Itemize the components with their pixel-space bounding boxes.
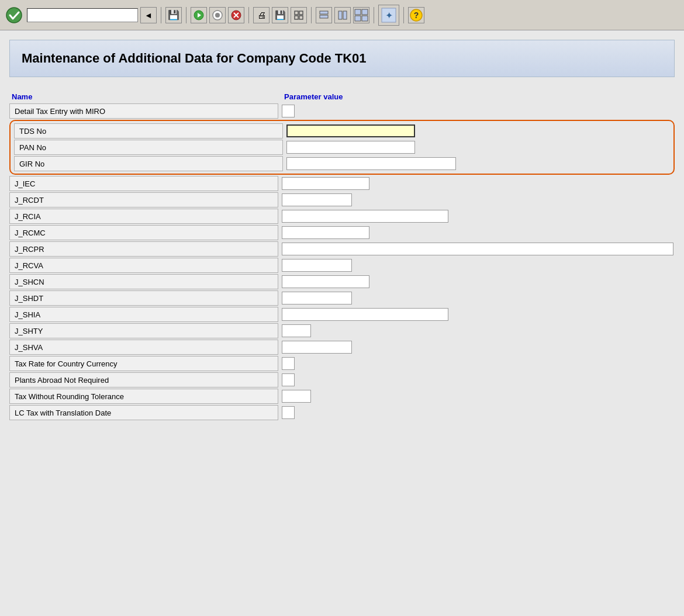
col-name-header: Name [9,92,278,101]
value-detail-tax [278,105,295,117]
nav-green-button[interactable] [191,7,207,23]
grid-button[interactable] [291,7,307,23]
grid2-icon [319,10,329,20]
print-button[interactable]: 🖨 [253,7,270,23]
input-plants-abroad[interactable] [282,373,295,386]
value-gir-no [283,157,456,170]
separator-1 [161,7,161,23]
input-tax-rounding[interactable] [282,390,311,403]
name-tax-rounding: Tax Without Rounding Tolerance [9,389,278,404]
save-icon: 💾 [168,9,179,20]
input-j-iec[interactable] [282,177,369,190]
value-j-rcmc [278,226,369,239]
checkmark-icon [6,7,22,23]
back-icon: ◄ [144,11,153,20]
grid4-icon [354,9,368,22]
input-tds-no[interactable] [286,124,415,137]
name-tds-no: TDS No [14,123,283,139]
name-gir-no: GIR No [14,156,283,171]
row-tax-rate: Tax Rate for Country Currency [9,356,675,371]
value-j-shia [278,308,448,321]
value-j-iec [278,177,369,190]
svg-rect-16 [355,9,361,15]
nav-green-icon [194,10,204,20]
page-title: Maintenance of Additional Data for Compa… [22,51,662,66]
row-j-shty: J_SHTY [9,323,675,338]
nav-red-button[interactable] [228,7,244,23]
grid3-button[interactable] [334,7,351,23]
grid2-button[interactable] [316,7,332,23]
row-gir-no: GIR No [14,156,670,171]
grid-icon [293,10,304,20]
grid4-button[interactable] [353,7,369,23]
input-j-rcdt[interactable] [282,193,352,206]
input-j-shdt[interactable] [282,292,352,304]
name-j-rcva: J_RCVA [9,258,278,273]
input-gir-no[interactable] [286,157,456,170]
value-j-shva [278,341,352,354]
input-detail-tax[interactable] [282,105,295,117]
input-j-rcia[interactable] [282,210,448,223]
svg-point-0 [6,8,22,23]
name-j-shva: J_SHVA [9,340,278,355]
svg-rect-8 [295,11,298,15]
input-j-rcva[interactable] [282,259,352,272]
name-j-iec: J_IEC [9,176,278,191]
back-button[interactable]: ◄ [140,7,157,23]
toolbar: ◄ 💾 🖨 💾 [0,0,684,30]
input-j-shva[interactable] [282,341,352,354]
value-j-shty [278,324,311,337]
row-j-rcia: J_RCIA [9,209,675,224]
separator-4 [311,7,312,23]
value-tax-rate [278,357,295,370]
highlight-group: TDS No PAN No GIR No [9,120,675,175]
svg-rect-14 [338,11,342,19]
grid3-icon [337,10,348,20]
input-pan-no[interactable] [286,141,415,154]
svg-text:?: ? [414,11,419,20]
svg-rect-11 [299,16,303,19]
value-lc-tax [278,406,295,419]
row-pan-no: PAN No [14,140,670,155]
input-j-shty[interactable] [282,324,311,337]
name-j-shty: J_SHTY [9,323,278,338]
main-content: Maintenance of Additional Data for Compa… [0,30,684,431]
name-j-rcpr: J_RCPR [9,241,278,257]
row-j-iec: J_IEC [9,176,675,191]
svg-rect-19 [362,16,368,21]
input-tax-rate[interactable] [282,357,295,370]
svg-rect-12 [320,11,328,14]
star-icon: ✦ [381,7,397,23]
input-j-shcn[interactable] [282,275,369,288]
row-j-shva: J_SHVA [9,340,675,355]
column-headers: Name Parameter value [9,89,675,103]
name-j-shia: J_SHIA [9,307,278,322]
value-pan-no [283,141,415,154]
star-button[interactable]: ✦ [378,5,399,26]
value-j-rcia [278,210,448,223]
name-j-shcn: J_SHCN [9,274,278,289]
separator-5 [374,7,374,23]
save-button[interactable]: 💾 [165,7,182,23]
name-pan-no: PAN No [14,140,283,155]
svg-text:✦: ✦ [385,11,393,20]
checkmark-button[interactable] [4,5,25,26]
help-button[interactable]: ? [408,7,424,23]
input-j-rcpr[interactable] [282,243,673,255]
input-j-shia[interactable] [282,308,448,321]
name-j-shdt: J_SHDT [9,290,278,306]
value-tds-no [283,124,415,137]
value-plants-abroad [278,373,295,386]
nav-red-icon [231,10,241,20]
row-detail-tax: Detail Tax Entry with MIRO [9,103,675,119]
separator-3 [248,7,249,23]
save2-button[interactable]: 💾 [272,7,288,23]
value-j-rcva [278,259,352,272]
svg-rect-13 [320,15,328,18]
input-j-rcmc[interactable] [282,226,369,239]
name-plants-abroad: Plants Abroad Not Required [9,372,278,387]
input-lc-tax[interactable] [282,406,295,419]
command-input[interactable] [27,8,138,22]
save2-icon: 💾 [275,10,286,20]
nav-circle-button[interactable] [209,7,226,23]
